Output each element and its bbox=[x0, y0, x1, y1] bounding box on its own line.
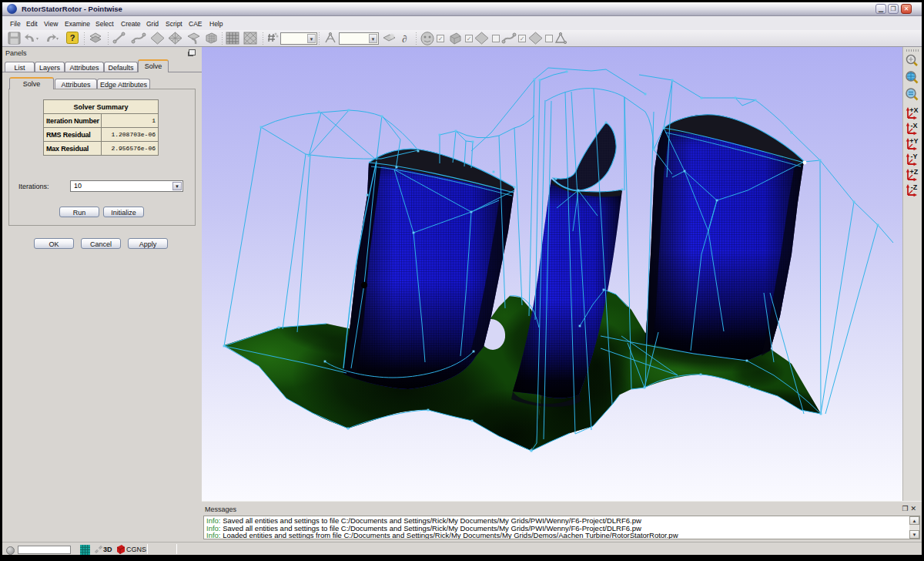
svg-text:?: ? bbox=[70, 33, 75, 42]
svg-text:+Y: +Y bbox=[909, 137, 918, 145]
svg-text:-Y: -Y bbox=[911, 153, 918, 160]
svg-text:+X: +X bbox=[909, 106, 918, 114]
svg-text:+Z: +Z bbox=[910, 168, 919, 176]
svg-text:-X: -X bbox=[911, 122, 918, 129]
svg-text:-Z: -Z bbox=[911, 183, 918, 191]
